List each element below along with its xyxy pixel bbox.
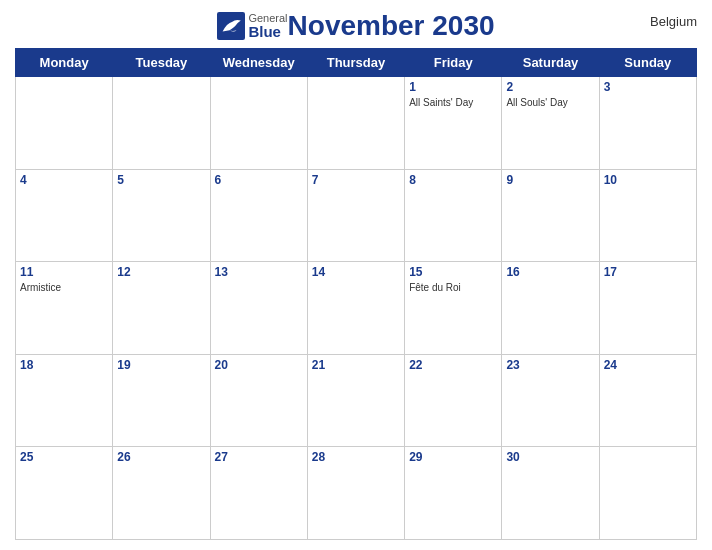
day-cell-w4-d2: 19 bbox=[113, 354, 210, 447]
day-number: 19 bbox=[117, 358, 205, 372]
day-number: 16 bbox=[506, 265, 594, 279]
day-cell-w5-d4: 28 bbox=[307, 447, 404, 540]
day-number: 18 bbox=[20, 358, 108, 372]
generalblue-logo-icon bbox=[217, 12, 245, 40]
day-number: 27 bbox=[215, 450, 303, 464]
week-row-4: 18192021222324 bbox=[16, 354, 697, 447]
calendar-title: November 2030 bbox=[288, 10, 495, 42]
week-row-2: 45678910 bbox=[16, 169, 697, 262]
logo-text: General Blue bbox=[248, 13, 287, 39]
day-cell-w2-d3: 6 bbox=[210, 169, 307, 262]
day-number: 26 bbox=[117, 450, 205, 464]
day-cell-w5-d1: 25 bbox=[16, 447, 113, 540]
col-friday: Friday bbox=[405, 49, 502, 77]
week-row-5: 252627282930 bbox=[16, 447, 697, 540]
day-cell-w4-d3: 20 bbox=[210, 354, 307, 447]
day-cell-w2-d4: 7 bbox=[307, 169, 404, 262]
day-number: 7 bbox=[312, 173, 400, 187]
col-saturday: Saturday bbox=[502, 49, 599, 77]
day-number: 8 bbox=[409, 173, 497, 187]
day-cell-w3-d7: 17 bbox=[599, 262, 696, 355]
logo: General Blue bbox=[217, 12, 287, 40]
week-row-1: 1All Saints' Day2All Souls' Day3 bbox=[16, 77, 697, 170]
day-number: 22 bbox=[409, 358, 497, 372]
col-tuesday: Tuesday bbox=[113, 49, 210, 77]
day-number: 17 bbox=[604, 265, 692, 279]
day-cell-w1-d4 bbox=[307, 77, 404, 170]
col-wednesday: Wednesday bbox=[210, 49, 307, 77]
day-cell-w2-d7: 10 bbox=[599, 169, 696, 262]
day-cell-w3-d3: 13 bbox=[210, 262, 307, 355]
day-cell-w2-d2: 5 bbox=[113, 169, 210, 262]
day-number: 12 bbox=[117, 265, 205, 279]
day-number: 5 bbox=[117, 173, 205, 187]
day-cell-w1-d1 bbox=[16, 77, 113, 170]
day-cell-w5-d3: 27 bbox=[210, 447, 307, 540]
col-monday: Monday bbox=[16, 49, 113, 77]
day-number: 2 bbox=[506, 80, 594, 94]
day-number: 3 bbox=[604, 80, 692, 94]
header: General Blue November 2030 Belgium bbox=[15, 10, 697, 42]
day-cell-w2-d5: 8 bbox=[405, 169, 502, 262]
day-cell-w1-d7: 3 bbox=[599, 77, 696, 170]
logo-blue-text: Blue bbox=[248, 24, 287, 39]
day-cell-w2-d1: 4 bbox=[16, 169, 113, 262]
country-label: Belgium bbox=[650, 14, 697, 29]
day-number: 10 bbox=[604, 173, 692, 187]
day-event: All Saints' Day bbox=[409, 96, 497, 109]
page: General Blue November 2030 Belgium Monda… bbox=[0, 0, 712, 550]
day-event: All Souls' Day bbox=[506, 96, 594, 109]
day-cell-w4-d4: 21 bbox=[307, 354, 404, 447]
day-number: 24 bbox=[604, 358, 692, 372]
day-cell-w5-d2: 26 bbox=[113, 447, 210, 540]
day-cell-w5-d5: 29 bbox=[405, 447, 502, 540]
day-event: Armistice bbox=[20, 281, 108, 294]
week-row-3: 11Armistice12131415Fête du Roi1617 bbox=[16, 262, 697, 355]
day-number: 11 bbox=[20, 265, 108, 279]
day-cell-w1-d5: 1All Saints' Day bbox=[405, 77, 502, 170]
day-number: 29 bbox=[409, 450, 497, 464]
day-number: 28 bbox=[312, 450, 400, 464]
day-cell-w1-d6: 2All Souls' Day bbox=[502, 77, 599, 170]
day-cell-w5-d6: 30 bbox=[502, 447, 599, 540]
day-cell-w4-d7: 24 bbox=[599, 354, 696, 447]
day-cell-w1-d3 bbox=[210, 77, 307, 170]
day-number: 9 bbox=[506, 173, 594, 187]
day-number: 23 bbox=[506, 358, 594, 372]
col-thursday: Thursday bbox=[307, 49, 404, 77]
day-cell-w2-d6: 9 bbox=[502, 169, 599, 262]
day-event: Fête du Roi bbox=[409, 281, 497, 294]
day-number: 6 bbox=[215, 173, 303, 187]
day-cell-w3-d6: 16 bbox=[502, 262, 599, 355]
day-cell-w3-d4: 14 bbox=[307, 262, 404, 355]
day-cell-w1-d2 bbox=[113, 77, 210, 170]
calendar-table: Monday Tuesday Wednesday Thursday Friday… bbox=[15, 48, 697, 540]
day-cell-w3-d5: 15Fête du Roi bbox=[405, 262, 502, 355]
day-number: 13 bbox=[215, 265, 303, 279]
day-cell-w4-d5: 22 bbox=[405, 354, 502, 447]
day-number: 14 bbox=[312, 265, 400, 279]
header-row: Monday Tuesday Wednesday Thursday Friday… bbox=[16, 49, 697, 77]
day-cell-w4-d1: 18 bbox=[16, 354, 113, 447]
day-number: 1 bbox=[409, 80, 497, 94]
day-cell-w3-d1: 11Armistice bbox=[16, 262, 113, 355]
day-number: 21 bbox=[312, 358, 400, 372]
day-cell-w3-d2: 12 bbox=[113, 262, 210, 355]
day-number: 4 bbox=[20, 173, 108, 187]
day-number: 25 bbox=[20, 450, 108, 464]
day-number: 20 bbox=[215, 358, 303, 372]
col-sunday: Sunday bbox=[599, 49, 696, 77]
day-number: 15 bbox=[409, 265, 497, 279]
day-number: 30 bbox=[506, 450, 594, 464]
day-cell-w4-d6: 23 bbox=[502, 354, 599, 447]
day-cell-w5-d7 bbox=[599, 447, 696, 540]
